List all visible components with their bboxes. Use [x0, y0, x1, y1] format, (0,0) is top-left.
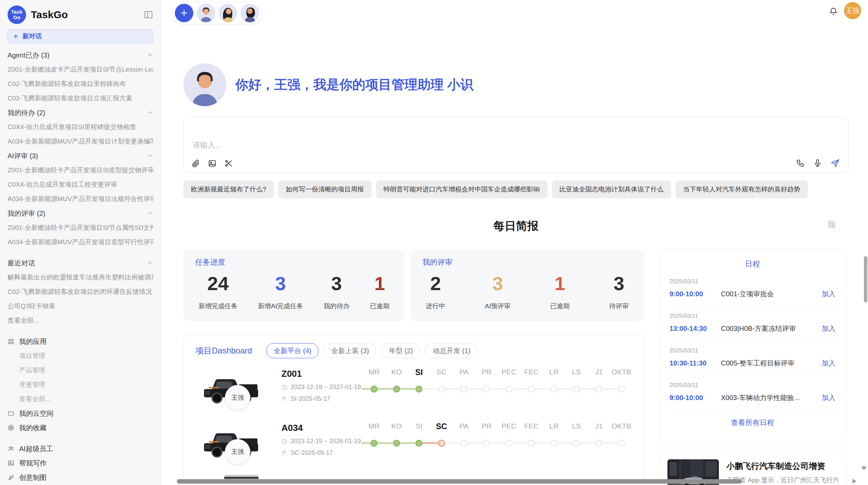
list-item[interactable]: 解释最新出台的欧盟报废车法规再生塑料比例被调至15%...	[8, 270, 153, 285]
sidebar-item-creative-draw[interactable]: 创意制图	[8, 470, 153, 485]
milestone-dot-done[interactable]	[415, 440, 422, 447]
attachment-icon[interactable]	[191, 159, 200, 168]
vertical-scrollbar-thumb[interactable]	[864, 256, 867, 302]
daily-briefing-title: 每日简报	[183, 219, 848, 234]
horizontal-scrollbar-thumb[interactable]	[177, 479, 742, 484]
send-icon[interactable]	[830, 158, 840, 168]
join-link[interactable]: 加入	[822, 359, 835, 368]
milestone-dot[interactable]	[551, 440, 557, 447]
join-link[interactable]: 加入	[822, 393, 835, 402]
sidebar-item-product-mgmt[interactable]: 产品管理	[8, 363, 153, 377]
milestone-dot-done[interactable]	[393, 386, 400, 393]
avatar[interactable]	[219, 4, 237, 22]
user-avatar[interactable]: 王强	[844, 2, 861, 19]
suggestion-chip[interactable]: 当下年轻人对汽车外观有怎样的喜好趋势	[676, 181, 808, 198]
list-item[interactable]: A034-全新新能源MUV产品开发项目法规符合性评审	[8, 192, 153, 206]
microphone-icon[interactable]	[813, 159, 822, 167]
milestone-segment	[580, 388, 595, 389]
scroll-down-arrow-icon[interactable]	[861, 467, 867, 470]
milestone-dot-done[interactable]	[371, 440, 377, 447]
list-item[interactable]: Z001-全新燃油轻卡产品开发项目SI造型提交物评审	[8, 163, 153, 177]
milestone-dot[interactable]	[483, 440, 490, 447]
list-item[interactable]: C0X4-动力总成开发项目SI里程碑提交物检查	[8, 120, 153, 134]
list-item[interactable]: Z001-全新燃油轻卡产品开发项目SI节点属性5D文件评审	[8, 221, 153, 235]
sidebar-item-change-mgmt[interactable]: 变更管理	[8, 377, 153, 392]
app-logo-line1: Task	[11, 9, 22, 15]
sidebar-section-my-todo[interactable]: 我的待办 (2)	[8, 105, 153, 120]
filter-pill[interactable]: 动总开发 (1)	[425, 343, 478, 358]
view-all-schedule-link[interactable]: 查看所有日程	[659, 418, 846, 427]
list-item[interactable]: A034-全新新能源MUV产品开发项目计划变更表编写	[8, 134, 153, 149]
list-item[interactable]: C02-飞腾新能源轻客改款项目里程碑画布	[8, 77, 153, 91]
suggestion-chip[interactable]: 特朗普可能对进口汽车增税会对中国车企造成哪些影响	[376, 181, 547, 198]
filter-pill[interactable]: 年型 (2)	[382, 343, 420, 358]
filter-pill[interactable]: 全新上装 (3)	[324, 343, 376, 358]
milestone-dot-done[interactable]	[415, 386, 422, 393]
sidebar-collapse-button[interactable]	[144, 10, 153, 20]
sidebar-section-recent[interactable]: 最近对话	[8, 256, 153, 270]
sidebar-section-agent-done[interactable]: Agent已办 (3)	[8, 48, 153, 62]
milestone-dot[interactable]	[595, 440, 602, 447]
add-agent-button[interactable]	[175, 4, 193, 22]
join-link[interactable]: 加入	[822, 324, 835, 333]
sidebar-item-ai-staff[interactable]: AI超级员工	[8, 442, 153, 456]
layout-grid-icon[interactable]	[827, 220, 836, 229]
filter-pill[interactable]: 全新平台 (4)	[266, 343, 318, 358]
notification-bell-button[interactable]	[829, 7, 838, 16]
view-all-link[interactable]: 查看全部...	[8, 313, 153, 328]
milestone-dot[interactable]	[573, 386, 580, 393]
chat-input-card[interactable]: 请输入...	[183, 116, 848, 173]
suggestion-chip[interactable]: 比亚迪全固态电池计划具体说了什么	[552, 181, 671, 198]
scroll-right-arrow-icon[interactable]	[853, 479, 856, 484]
milestone-dot[interactable]	[460, 386, 467, 393]
stat: 24 新增完成任务	[198, 274, 238, 311]
milestone-dot[interactable]	[506, 440, 513, 447]
milestone-dot[interactable]	[618, 386, 625, 393]
milestone-dot-done[interactable]	[371, 386, 377, 393]
sidebar-item-help-write[interactable]: 帮我写作	[8, 456, 153, 470]
schedule-time: 9:00-10:00	[670, 290, 721, 298]
milestone-dot[interactable]	[551, 386, 557, 393]
image-icon[interactable]	[208, 159, 217, 168]
sidebar-item-project-mgmt[interactable]: 项目管理	[8, 349, 153, 363]
sidebar-section-ai-review[interactable]: AI评审 (3)	[8, 149, 153, 163]
sidebar-section-my-review[interactable]: 我的评审 (2)	[8, 206, 153, 221]
new-chat-button[interactable]: 新对话	[8, 29, 153, 43]
milestone-dot-overdue[interactable]	[438, 440, 445, 447]
suggestion-chip[interactable]: 欧洲新规最近颁布了什么?	[183, 181, 274, 198]
list-item[interactable]: C02-飞腾新能源轻客改款项目的闭环通告反馈情况	[8, 285, 153, 299]
milestone-dot[interactable]	[460, 440, 467, 447]
milestone-dot-done[interactable]	[393, 440, 400, 447]
suggestion-chip[interactable]: 如何写一份清晰的项目周报	[278, 181, 372, 198]
milestone-dot[interactable]	[528, 386, 535, 393]
avatar[interactable]	[241, 4, 259, 22]
sidebar-item-my-apps[interactable]: 我的应用	[8, 334, 153, 349]
milestone-dot[interactable]	[506, 386, 513, 393]
view-all-link[interactable]: 查看全部...	[8, 392, 153, 406]
project-row[interactable]: 王强 A034 2023-12-19 ~ 2026-01-19 SC-2025-…	[184, 420, 643, 474]
milestone-dot[interactable]	[618, 440, 625, 447]
phone-icon[interactable]	[796, 159, 805, 167]
divider	[8, 331, 153, 331]
milestone-dot[interactable]	[528, 440, 535, 447]
list-item[interactable]: Z001-全新燃油皮卡产品开发项目SI节点Lesson Learn报告	[8, 62, 153, 77]
project-row[interactable]: 王强 Z001 2023-12-19 ~ 2027-01-19 SI-2025-…	[184, 366, 643, 420]
avatar[interactable]	[197, 4, 215, 22]
project-info: Z001 2023-12-19 ~ 2027-01-19 SI-2025-05-…	[281, 369, 367, 402]
nav-label: AI超级员工	[19, 444, 53, 453]
list-item[interactable]: 公司Q3轻卡销量	[8, 299, 153, 313]
milestone-dot[interactable]	[595, 386, 602, 393]
sidebar-item-favorites[interactable]: 我的收藏	[8, 421, 153, 435]
milestone-segment	[513, 388, 528, 389]
milestone-dot[interactable]	[438, 386, 445, 393]
list-item[interactable]: C0X4-动力总成开发项目工程变更评审	[8, 177, 153, 192]
bell-icon	[829, 7, 838, 16]
list-item[interactable]: C02-飞腾新能源轻客改款项目立项汇报方案	[8, 91, 153, 105]
list-item[interactable]: A034-全新新能源MUV产品开发项目造型可行性评审	[8, 235, 153, 249]
milestone-dot[interactable]	[573, 440, 580, 447]
scissors-icon[interactable]	[224, 159, 233, 168]
join-link[interactable]: 加入	[822, 289, 835, 299]
chevron-up-icon	[147, 110, 153, 116]
sidebar-item-cloud-space[interactable]: 我的云空间	[8, 406, 153, 421]
milestone-dot[interactable]	[483, 386, 490, 393]
